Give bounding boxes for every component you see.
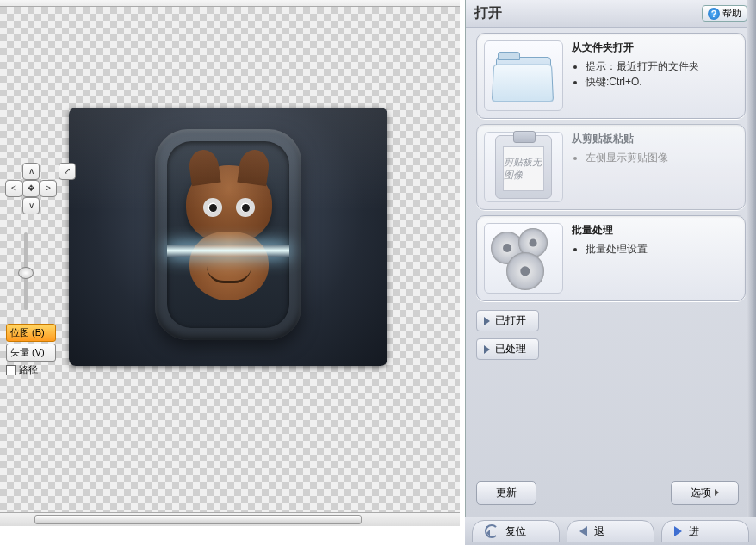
options-button[interactable]: 选项	[671, 481, 739, 505]
card-open-folder-title: 从文件夹打开	[572, 40, 738, 55]
back-icon	[579, 526, 587, 536]
opened-button[interactable]: 已打开	[476, 310, 539, 331]
card-clipboard[interactable]: 剪贴板无图像 从剪贴板粘贴 左侧显示剪贴图像	[476, 124, 746, 210]
hscroll-thumb[interactable]	[34, 515, 362, 524]
nav-down-button[interactable]: ∨	[22, 197, 40, 214]
nav-left-button[interactable]: <	[5, 180, 22, 197]
path-checkbox[interactable]	[6, 365, 16, 375]
card-open-folder[interactable]: 从文件夹打开 提示：最近打开的文件夹 快键:Ctrl+O.	[476, 33, 746, 119]
side-panel: 打开 ? 帮助 从文件夹打开 提示：最近打开的文件夹 快键:Ctrl+O. 剪贴…	[465, 0, 756, 517]
forward-label: 进	[689, 524, 699, 539]
card-batch-title: 批量处理	[572, 223, 738, 238]
layer-tabs: 位图 (B) 矢量 (V) 路径	[6, 324, 56, 376]
nav-right-button[interactable]: >	[40, 180, 57, 197]
card-clipboard-title: 从剪贴板粘贴	[572, 132, 738, 146]
path-label: 路径	[19, 363, 38, 376]
play-icon	[484, 345, 490, 354]
clipboard-empty-text: 剪贴板无图像	[504, 156, 543, 182]
card-open-folder-hint: 提示：最近打开的文件夹	[586, 59, 738, 74]
nav-cluster: ∧ ⤢ <✥> ∨	[5, 163, 57, 214]
nav-center-button[interactable]: ✥	[22, 180, 40, 197]
nav-expand-button[interactable]: ⤢	[59, 163, 76, 180]
ruler-horizontal	[0, 0, 460, 7]
side-edge	[747, 0, 756, 517]
forward-button[interactable]: 进	[661, 520, 749, 542]
card-batch-hint: 批量处理设置	[586, 241, 738, 257]
zoom-slider[interactable]	[24, 232, 28, 310]
chevron-right-icon	[715, 489, 719, 496]
undo-icon	[485, 524, 499, 538]
canvas-image[interactable]	[69, 108, 387, 366]
processed-button[interactable]: 已处理	[476, 338, 539, 360]
path-toggle-row[interactable]: 路径	[6, 363, 56, 376]
panel-header: 打开 ? 帮助	[466, 0, 756, 28]
reset-button[interactable]: 复位	[472, 520, 560, 542]
card-open-folder-shortcut: 快键:Ctrl+O.	[586, 74, 738, 90]
card-batch[interactable]: 批量处理 批量处理设置	[476, 215, 746, 301]
canvas-area: ∧ ⤢ <✥> ∨ 位图 (B) 矢量 (V) 路径	[0, 0, 460, 545]
zoom-thumb[interactable]	[18, 267, 34, 279]
gears-icon	[484, 223, 563, 294]
tab-bitmap[interactable]: 位图 (B)	[6, 324, 56, 342]
back-button[interactable]: 退	[567, 520, 654, 542]
horizontal-scrollbar[interactable]	[0, 512, 460, 526]
options-label: 选项	[691, 486, 711, 499]
help-icon: ?	[708, 8, 720, 20]
update-button[interactable]: 更新	[476, 481, 536, 505]
help-label: 帮助	[722, 7, 741, 20]
play-icon	[484, 317, 490, 325]
forward-icon	[674, 526, 682, 536]
clipboard-icon: 剪贴板无图像	[484, 132, 563, 202]
opened-label: 已打开	[495, 313, 526, 328]
panel-title: 打开	[474, 4, 502, 22]
help-button[interactable]: ? 帮助	[702, 5, 747, 22]
reset-label: 复位	[505, 524, 526, 539]
processed-label: 已处理	[495, 342, 526, 356]
tab-vector[interactable]: 矢量 (V)	[6, 344, 56, 362]
folder-icon	[484, 40, 563, 111]
footer-nav: 复位 退 进	[465, 517, 756, 545]
nav-up-button[interactable]: ∧	[22, 163, 40, 180]
back-label: 退	[594, 524, 604, 539]
card-clipboard-hint: 左侧显示剪贴图像	[586, 150, 738, 165]
